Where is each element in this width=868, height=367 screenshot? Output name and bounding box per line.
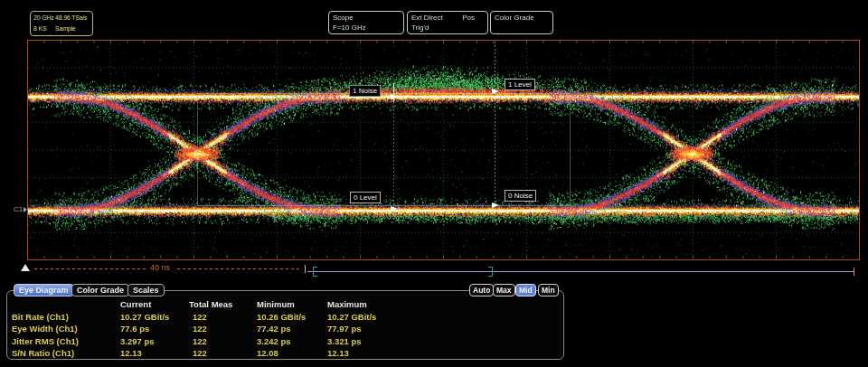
tab-eye-diagram[interactable]: Eye Diagram <box>14 284 74 296</box>
trigger-source: Ext Direct <box>411 13 443 23</box>
scope-title: Scope <box>333 13 400 23</box>
tab-scales[interactable]: Scales <box>127 284 165 296</box>
table-row: Eye Width (Ch1) 77.6 ps 122 77.42 ps 77.… <box>12 323 554 335</box>
table-row: Jitter RMS (Ch1) 3.297 ps 122 3.242 ps 3… <box>12 335 554 348</box>
tab-color-grade[interactable]: Color Grade <box>71 284 129 296</box>
meas-name: Jitter RMS (Ch1) <box>12 335 120 348</box>
trigger-slope: Pos <box>462 13 475 23</box>
meas-min: 77.42 ps <box>257 323 327 335</box>
display-mode-label: Color Grade <box>495 13 549 23</box>
meas-total: 122 <box>189 311 257 324</box>
channel-marker-c1[interactable]: C1 <box>14 205 27 213</box>
meas-current: 77.6 ps <box>120 323 189 335</box>
stat-button-min[interactable]: Min <box>538 284 559 296</box>
zero-noise-marker[interactable]: 0 Noise <box>505 190 536 202</box>
table-row: Bit Rate (Ch1) 10.27 GBit/s 122 10.26 GB… <box>12 311 554 324</box>
channel-arrow-icon <box>24 207 27 212</box>
scope-status-box[interactable]: Scope F=10 GHz <box>328 11 404 34</box>
oscilloscope-screen: 20 GHz 48.96 TSa/s 8 KS Sample Scope F=1… <box>0 0 868 367</box>
meas-total: 122 <box>189 323 257 335</box>
meas-name: S/N Ratio (Ch1) <box>12 347 120 360</box>
meas-name: Eye Width (Ch1) <box>12 323 120 335</box>
meas-min: 10.26 GBit/s <box>257 311 327 324</box>
zero-level-marker[interactable]: 0 Level <box>350 192 381 203</box>
one-noise-marker[interactable]: 1 Noise <box>349 85 381 97</box>
meas-max: 77.97 ps <box>327 323 554 335</box>
meas-total: 122 <box>189 335 257 348</box>
meas-current: 3.297 ps <box>120 335 189 348</box>
one-level-marker[interactable]: 1 Level <box>505 79 535 90</box>
meas-min: 3.242 ps <box>257 335 327 348</box>
col-current: Current <box>120 298 189 311</box>
trigger-status-box[interactable]: Ext Direct Pos Trig'd <box>407 11 488 34</box>
stat-button-max[interactable]: Max <box>493 284 515 296</box>
col-minimum: Minimum <box>257 298 327 311</box>
acquisition-status-box[interactable]: 20 GHz 48.96 TSa/s 8 KS Sample <box>30 11 93 36</box>
col-total-meas: Total Meas <box>189 298 257 311</box>
acq-mode-value: Sample <box>55 24 90 34</box>
scope-filter-value: F=10 GHz <box>333 23 400 33</box>
record-length-value: 8 KS <box>33 24 55 34</box>
meas-current: 10.27 GBit/s <box>120 311 189 324</box>
channel-label: C1 <box>14 205 23 213</box>
meas-name: Bit Rate (Ch1) <box>12 311 120 324</box>
meas-min: 12.08 <box>257 347 327 360</box>
measurement-table-header: Current Total Meas Minimum Maximum <box>12 298 554 311</box>
stat-button-auto[interactable]: Auto <box>469 284 494 296</box>
meas-max: 12.13 <box>327 347 554 360</box>
meas-max: 3.321 ps <box>327 335 554 348</box>
meas-total: 122 <box>189 347 257 360</box>
sample-rate-value: 48.96 TSa/s <box>55 13 90 24</box>
meas-current: 12.13 <box>120 347 189 360</box>
measurement-table: Current Total Meas Minimum Maximum Bit R… <box>12 298 554 360</box>
timebase-scale-label: 40 ns <box>150 263 170 272</box>
stat-button-mid[interactable]: Mid <box>515 284 536 296</box>
col-maximum: Maximum <box>327 298 554 311</box>
display-mode-box[interactable]: Color Grade <box>490 11 553 34</box>
table-row: S/N Ratio (Ch1) 12.13 122 12.08 12.13 <box>12 347 554 360</box>
meas-max: 10.27 GBit/s <box>327 311 554 324</box>
bandwidth-value: 20 GHz <box>33 13 55 24</box>
trigger-status: Trig'd <box>411 23 484 33</box>
